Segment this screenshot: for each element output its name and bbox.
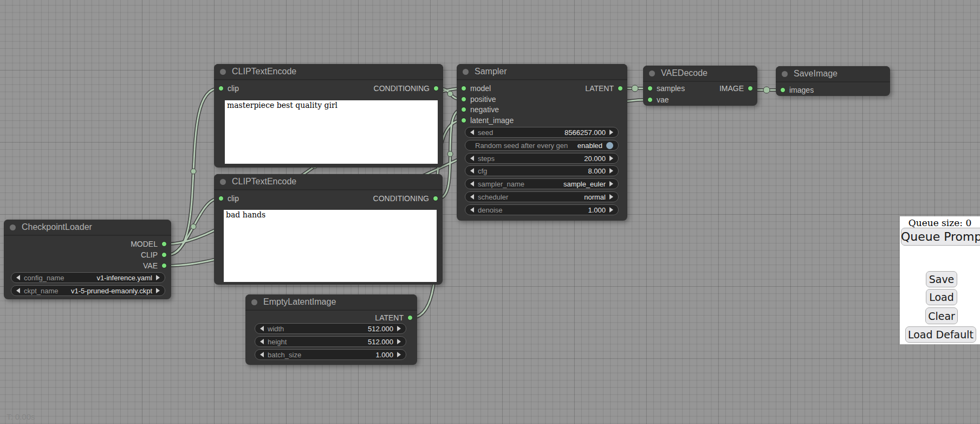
increment-arrow-icon[interactable] [609, 130, 613, 135]
positive-prompt-textarea[interactable]: masterpiece best quality girl [225, 100, 438, 164]
decrement-arrow-icon[interactable] [260, 339, 264, 344]
node-clip-text-encode-positive[interactable]: CLIPTextEncode clip CONDITIONING masterp… [214, 64, 443, 168]
node-header[interactable]: Sampler [457, 64, 627, 80]
widget-ckpt-name[interactable]: ckpt_name v1-5-pruned-emaonly.ckpt [11, 285, 165, 296]
output-slot-latent[interactable]: LATENT [457, 83, 627, 93]
input-dot[interactable] [647, 97, 653, 102]
input-slot-positive[interactable]: positive [457, 94, 627, 104]
widget-width[interactable]: width 512.000 [255, 323, 406, 334]
output-dot[interactable] [433, 86, 439, 91]
input-dot[interactable] [780, 87, 786, 93]
decrement-arrow-icon[interactable] [260, 352, 264, 357]
increment-arrow-icon[interactable] [397, 326, 401, 331]
output-slot-model[interactable]: MODEL [4, 239, 171, 249]
widget-scheduler[interactable]: scheduler normal [465, 191, 619, 202]
output-slot-vae[interactable]: VAE [4, 261, 171, 271]
collapse-dot-icon[interactable] [649, 70, 655, 76]
widget-random-seed-toggle[interactable]: Random seed after every gen enabled [465, 140, 619, 151]
node-clip-text-encode-negative[interactable]: CLIPTextEncode clip CONDITIONING bad han… [214, 174, 443, 285]
decrement-arrow-icon[interactable] [470, 156, 474, 161]
input-slot-vae[interactable]: vae [643, 95, 757, 105]
output-dot[interactable] [748, 86, 753, 91]
increment-arrow-icon[interactable] [397, 339, 401, 344]
collapse-dot-icon[interactable] [463, 69, 469, 75]
output-slot-image[interactable]: IMAGE [643, 83, 757, 93]
decrement-arrow-icon[interactable] [16, 288, 20, 293]
node-header[interactable]: CheckpointLoader [4, 220, 171, 236]
output-dot[interactable] [161, 263, 167, 268]
increment-arrow-icon[interactable] [609, 168, 613, 174]
output-dot[interactable] [407, 315, 413, 320]
decrement-arrow-icon[interactable] [470, 181, 474, 187]
output-slot-conditioning[interactable]: CONDITIONING [214, 194, 443, 203]
link-midpoint-dot[interactable] [763, 87, 770, 93]
input-slot-latent-image[interactable]: latent_image [457, 115, 627, 125]
load-button[interactable]: Load [926, 289, 957, 305]
increment-arrow-icon[interactable] [609, 207, 613, 213]
increment-arrow-icon[interactable] [609, 156, 613, 161]
output-slot-latent[interactable]: LATENT [245, 313, 417, 323]
node-vae-decode[interactable]: VAEDecode samples vae IMAGE [643, 66, 757, 106]
widget-steps[interactable]: steps 20.000 [465, 153, 619, 164]
collapse-dot-icon[interactable] [782, 71, 788, 77]
input-slot-images[interactable]: images [776, 85, 890, 95]
load-default-button[interactable]: Load Default [905, 326, 976, 343]
increment-arrow-icon[interactable] [156, 275, 160, 280]
node-header[interactable]: VAEDecode [643, 66, 757, 82]
decrement-arrow-icon[interactable] [470, 168, 474, 174]
widget-cfg[interactable]: cfg 8.000 [465, 165, 619, 176]
output-slot-conditioning[interactable]: CONDITIONING [214, 83, 443, 93]
node-header[interactable]: CLIPTextEncode [214, 64, 443, 80]
widget-sampler-name[interactable]: sampler_name sample_euler [465, 178, 619, 189]
widget-seed[interactable]: seed 8566257.000 [465, 127, 619, 138]
negative-prompt-textarea[interactable]: bad hands [224, 210, 437, 282]
node-title: VAEDecode [661, 68, 708, 78]
increment-arrow-icon[interactable] [609, 194, 613, 200]
collapse-dot-icon[interactable] [10, 224, 16, 230]
node-title: CLIPTextEncode [232, 177, 296, 187]
node-header[interactable]: SaveImage [776, 66, 890, 82]
node-header[interactable]: CLIPTextEncode [214, 174, 443, 190]
queue-prompt-button[interactable]: Queue Prompt [901, 228, 980, 246]
link-midpoint-dot[interactable] [447, 151, 453, 157]
output-dot[interactable] [433, 196, 438, 201]
decrement-arrow-icon[interactable] [260, 326, 264, 331]
decrement-arrow-icon[interactable] [470, 194, 474, 200]
decrement-arrow-icon[interactable] [16, 275, 20, 280]
clear-button[interactable]: Clear [925, 307, 958, 324]
input-dot[interactable] [461, 118, 466, 123]
node-title: CLIPTextEncode [232, 67, 296, 76]
link-midpoint-dot[interactable] [447, 91, 453, 97]
save-button[interactable]: Save [926, 271, 957, 287]
output-dot[interactable] [161, 241, 167, 247]
widget-batch-size[interactable]: batch_size 1.000 [255, 349, 406, 360]
decrement-arrow-icon[interactable] [470, 130, 474, 135]
node-title: Sampler [475, 67, 507, 76]
increment-arrow-icon[interactable] [609, 181, 613, 187]
node-header[interactable]: EmptyLatentImage [245, 294, 417, 311]
output-dot[interactable] [161, 252, 167, 258]
input-slot-negative[interactable]: negative [457, 105, 627, 114]
node-empty-latent-image[interactable]: EmptyLatentImage LATENT width 512.000 he… [245, 294, 417, 365]
widget-height[interactable]: height 512.000 [255, 336, 406, 347]
output-dot[interactable] [618, 86, 623, 91]
link-midpoint-dot[interactable] [632, 85, 638, 92]
link-midpoint-dot[interactable] [191, 224, 196, 229]
collapse-dot-icon[interactable] [220, 69, 226, 75]
node-checkpoint-loader[interactable]: CheckpointLoader MODEL CLIP VAE config_n… [4, 220, 171, 299]
input-dot[interactable] [461, 107, 466, 112]
node-save-image[interactable]: SaveImage images [776, 66, 890, 96]
collapse-dot-icon[interactable] [220, 179, 226, 185]
link-midpoint-dot[interactable] [191, 169, 196, 174]
comfyui-canvas[interactable]: { "colors":{"slot_green":"#7ce07c","wire… [0, 0, 980, 424]
collapse-dot-icon[interactable] [251, 299, 257, 305]
widget-config-name[interactable]: config_name v1-inference.yaml [11, 272, 165, 283]
increment-arrow-icon[interactable] [156, 288, 160, 293]
toggle-dot-icon[interactable] [606, 142, 613, 149]
node-sampler[interactable]: Sampler model positive negative latent_i… [457, 64, 627, 221]
input-dot[interactable] [461, 97, 466, 102]
widget-denoise[interactable]: denoise 1.000 [465, 204, 619, 215]
output-slot-clip[interactable]: CLIP [4, 250, 171, 260]
decrement-arrow-icon[interactable] [470, 207, 474, 213]
increment-arrow-icon[interactable] [397, 352, 401, 357]
